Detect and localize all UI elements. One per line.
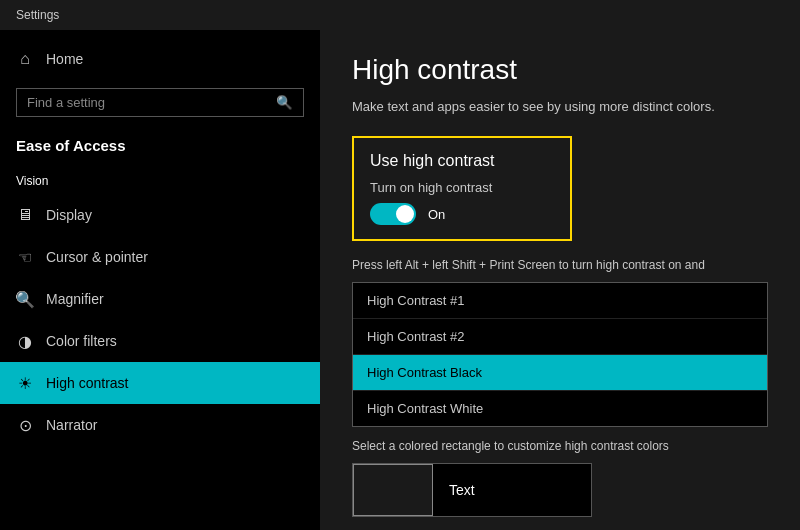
color-filters-icon: ◑ bbox=[16, 332, 34, 350]
sidebar-item-label-cursor: Cursor & pointer bbox=[46, 249, 148, 265]
ease-of-access-heading: Ease of Access bbox=[0, 133, 320, 166]
page-description: Make text and apps easier to see by usin… bbox=[352, 98, 768, 116]
sidebar-item-home[interactable]: ⌂ Home bbox=[0, 38, 320, 80]
high-contrast-toggle[interactable] bbox=[370, 203, 416, 225]
sidebar-item-display[interactable]: 🖥 Display bbox=[0, 194, 320, 236]
title-bar: Settings bbox=[0, 0, 800, 30]
color-preview-box[interactable] bbox=[353, 464, 433, 516]
sidebar: ⌂ Home 🔍 Ease of Access Vision 🖥 Display… bbox=[0, 30, 320, 530]
use-high-contrast-title: Use high contrast bbox=[370, 152, 554, 170]
toggle-knob bbox=[396, 205, 414, 223]
theme-item-hcwhite[interactable]: High Contrast White bbox=[353, 390, 767, 426]
magnifier-icon: 🔍 bbox=[16, 290, 34, 308]
sidebar-item-label-color-filters: Color filters bbox=[46, 333, 117, 349]
sidebar-item-label-home: Home bbox=[46, 51, 83, 67]
sidebar-item-high-contrast[interactable]: ☀ High contrast bbox=[0, 362, 320, 404]
theme-item-hcblack[interactable]: High Contrast Black bbox=[353, 354, 767, 390]
sidebar-item-label-display: Display bbox=[46, 207, 92, 223]
color-preview-row: Text bbox=[352, 463, 592, 517]
shortcut-text: Press left Alt + left Shift + Print Scre… bbox=[352, 257, 768, 274]
theme-list: High Contrast #1 High Contrast #2 High C… bbox=[352, 282, 768, 427]
sidebar-item-magnifier[interactable]: 🔍 Magnifier bbox=[0, 278, 320, 320]
display-icon: 🖥 bbox=[16, 206, 34, 224]
theme-item-hc2[interactable]: High Contrast #2 bbox=[353, 318, 767, 354]
theme-item-hc1[interactable]: High Contrast #1 bbox=[353, 283, 767, 318]
title-bar-label: Settings bbox=[16, 8, 59, 22]
customize-text: Select a colored rectangle to customize … bbox=[352, 439, 768, 453]
toggle-label: Turn on high contrast bbox=[370, 180, 554, 195]
high-contrast-icon: ☀ bbox=[16, 374, 34, 392]
vision-section-label: Vision bbox=[0, 166, 320, 194]
sidebar-item-narrator[interactable]: ⊙ Narrator bbox=[0, 404, 320, 446]
color-preview-text-label: Text bbox=[433, 464, 591, 516]
home-icon: ⌂ bbox=[16, 50, 34, 68]
main-layout: ⌂ Home 🔍 Ease of Access Vision 🖥 Display… bbox=[0, 30, 800, 530]
toggle-row: On bbox=[370, 203, 554, 225]
search-button[interactable]: 🔍 bbox=[266, 89, 303, 116]
sidebar-item-cursor-pointer[interactable]: ☜ Cursor & pointer bbox=[0, 236, 320, 278]
cursor-icon: ☜ bbox=[16, 248, 34, 266]
use-high-contrast-box: Use high contrast Turn on high contrast … bbox=[352, 136, 572, 241]
sidebar-item-label-high-contrast: High contrast bbox=[46, 375, 128, 391]
search-box: 🔍 bbox=[16, 88, 304, 117]
sidebar-item-label-magnifier: Magnifier bbox=[46, 291, 104, 307]
page-title: High contrast bbox=[352, 54, 768, 86]
sidebar-item-label-narrator: Narrator bbox=[46, 417, 97, 433]
toggle-on-label: On bbox=[428, 207, 445, 222]
content-area: High contrast Make text and apps easier … bbox=[320, 30, 800, 530]
sidebar-item-color-filters[interactable]: ◑ Color filters bbox=[0, 320, 320, 362]
search-input[interactable] bbox=[17, 89, 266, 116]
narrator-icon: ⊙ bbox=[16, 416, 34, 434]
